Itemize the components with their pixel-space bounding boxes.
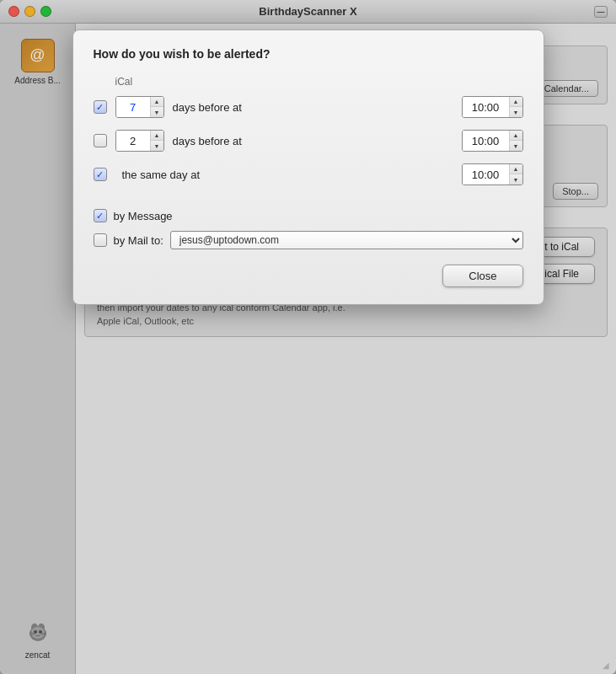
by-mail-label: by Mail to: — [114, 234, 163, 247]
mail-to-select[interactable]: jesus@uptodown.com — [170, 231, 523, 249]
row2-checkbox[interactable] — [94, 134, 107, 147]
row1-time-spinner: ▲ ▼ — [509, 97, 522, 117]
row2-time-up-btn[interactable]: ▲ — [510, 131, 522, 141]
row1-days-field[interactable] — [116, 97, 150, 117]
row3-time-down-btn[interactable]: ▼ — [510, 174, 522, 185]
row2-up-btn[interactable]: ▲ — [151, 131, 163, 141]
close-button[interactable]: Close — [442, 265, 522, 287]
row2-time-input[interactable]: ▲ ▼ — [462, 130, 523, 152]
row2-time-down-btn[interactable]: ▼ — [510, 141, 522, 151]
modal-overlay: How do you wish to be alerted? iCal ✓ ▲ … — [0, 0, 616, 674]
alert-row-2: ▲ ▼ days before at ▲ ▼ — [94, 130, 523, 152]
by-mail-checkbox[interactable] — [94, 233, 107, 247]
row1-down-btn[interactable]: ▼ — [151, 107, 163, 117]
alert-row-3: ✓ the same day at ▲ ▼ — [94, 163, 523, 185]
row1-spinner: ▲ ▼ — [150, 97, 163, 117]
row2-days-field[interactable] — [116, 131, 150, 151]
row1-up-btn[interactable]: ▲ — [151, 97, 163, 107]
row1-time-field[interactable] — [463, 97, 509, 117]
row2-spinner: ▲ ▼ — [150, 131, 163, 151]
row3-time-up-btn[interactable]: ▲ — [510, 164, 522, 174]
row3-time-spinner: ▲ ▼ — [509, 164, 522, 185]
by-mail-row: by Mail to: jesus@uptodown.com — [94, 231, 523, 249]
row1-days-label: days before at — [173, 101, 242, 114]
row3-time-field[interactable] — [463, 164, 509, 185]
ical-sublabel: iCal — [94, 76, 523, 88]
row1-checkbox[interactable]: ✓ — [94, 100, 107, 114]
resize-handle[interactable]: ◢ — [603, 661, 613, 671]
row3-time-input[interactable]: ▲ ▼ — [462, 163, 523, 185]
by-message-checkbox[interactable]: ✓ — [94, 209, 107, 222]
row3-days-label: the same day at — [122, 168, 201, 181]
row2-time-spinner: ▲ ▼ — [509, 131, 522, 151]
row1-time-input[interactable]: ▲ ▼ — [462, 96, 523, 118]
modal-footer: Close — [94, 265, 523, 287]
app-wrapper: BirthdayScanner X — @ Address B... — [0, 0, 616, 674]
by-message-row: ✓ by Message — [94, 209, 523, 222]
row1-number-input[interactable]: ▲ ▼ — [115, 96, 164, 118]
row2-days-label: days before at — [173, 135, 242, 147]
alert-modal: How do you wish to be alerted? iCal ✓ ▲ … — [72, 29, 544, 305]
by-message-label: by Message — [114, 210, 173, 222]
alert-row-1: ✓ ▲ ▼ days before at ▲ ▼ — [94, 96, 523, 118]
modal-title: How do you wish to be alerted? — [94, 47, 523, 61]
row2-down-btn[interactable]: ▼ — [151, 141, 163, 151]
row2-number-input[interactable]: ▲ ▼ — [115, 130, 164, 152]
row1-time-down-btn[interactable]: ▼ — [510, 107, 522, 117]
row2-time-field[interactable] — [463, 131, 509, 151]
row3-checkbox[interactable]: ✓ — [94, 168, 107, 181]
row1-time-up-btn[interactable]: ▲ — [510, 97, 522, 107]
